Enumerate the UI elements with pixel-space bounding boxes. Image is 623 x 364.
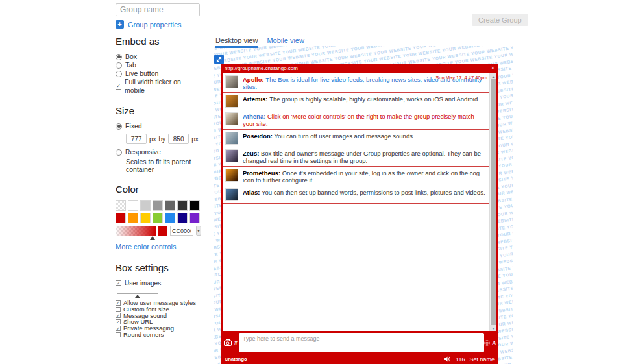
checkbox-icon xyxy=(116,332,121,337)
chat-messages-area: Apollo: The Box is ideal for live video … xyxy=(223,73,496,331)
size-responsive-label: Responsive xyxy=(125,148,161,156)
embed-option-tab[interactable]: Tab xyxy=(116,61,201,69)
owl-avatar[interactable] xyxy=(225,112,238,125)
color-swatch-2288ee[interactable] xyxy=(165,213,175,223)
message-author[interactable]: Prometheus: xyxy=(243,169,282,176)
color-swatch-transparent[interactable] xyxy=(116,200,126,211)
responsive-hint: Scales to fit its parent container xyxy=(126,158,201,173)
user-images-label: User images xyxy=(125,279,161,287)
message-author[interactable]: Apollo: xyxy=(243,76,265,83)
width-input[interactable] xyxy=(126,134,147,144)
tab-mobile-view[interactable]: Mobile view xyxy=(267,36,304,48)
color-swatch-ffffff[interactable] xyxy=(128,200,138,211)
message-row-poseidon: Poseidon: You can turn off user images a… xyxy=(223,130,489,147)
message-text: You can then set up banned words, permis… xyxy=(262,189,485,196)
user-image-size-slider[interactable] xyxy=(117,293,158,294)
px-label-2: px xyxy=(191,136,199,143)
size-responsive-radio[interactable]: Responsive xyxy=(116,148,201,156)
by-label: by xyxy=(159,136,166,143)
camera-icon[interactable] xyxy=(224,339,232,346)
box-settings-options: ✓Allow user message stylesCustom font si… xyxy=(116,300,201,338)
color-swatch-ffcc00[interactable] xyxy=(140,213,151,223)
chat-input-bar: # Type here to send a message A xyxy=(221,331,498,354)
message-row-athena: Athena: Click on 'More color controls' o… xyxy=(223,110,489,130)
message-author[interactable]: Athena: xyxy=(243,113,267,120)
create-group-button[interactable]: Create Group xyxy=(472,14,528,26)
radio-icon xyxy=(116,54,122,60)
close-icon[interactable]: × xyxy=(491,66,495,71)
message-author[interactable]: Zeus: xyxy=(243,150,261,157)
group-properties-link[interactable]: + Group properties xyxy=(116,20,182,29)
user-count: 116 xyxy=(456,356,465,363)
radio-icon xyxy=(116,123,122,130)
color-swatch-7722cc[interactable] xyxy=(189,213,200,223)
checkbox-icon: ✓ xyxy=(116,326,121,331)
embed-option-full-width-ticker-on-mobile[interactable]: ✓Full width ticker on mobile xyxy=(116,78,201,95)
chat-preview-window: http://groupname.chatango.com × Apollo: … xyxy=(221,64,498,364)
expand-icon[interactable] xyxy=(214,55,224,64)
settings-sidebar: Embed as BoxTabLive button✓Full width ti… xyxy=(116,36,201,338)
height-input[interactable] xyxy=(168,134,189,144)
message-text: You can turn off user images and message… xyxy=(275,132,415,140)
scrollbar-thumb[interactable] xyxy=(491,79,496,325)
color-swatch-row-2 xyxy=(116,213,201,223)
color-dropdown-button[interactable]: ▼ xyxy=(196,226,201,236)
color-swatch-000000[interactable] xyxy=(189,200,200,211)
embed-option-box[interactable]: Box xyxy=(116,53,201,61)
color-swatch-row-1 xyxy=(116,200,201,211)
message-text: The group is highly scalable, highly cus… xyxy=(269,95,480,103)
earth-avatar[interactable] xyxy=(225,188,238,201)
fire-avatar[interactable] xyxy=(225,169,238,182)
scrollbar[interactable]: ▲ ▼ xyxy=(489,73,496,331)
user-images-checkbox[interactable]: ✓ User images xyxy=(116,279,201,287)
input-tools-left: # xyxy=(224,331,238,354)
box-setting-round-corners[interactable]: Round corners xyxy=(116,332,201,338)
embed-as-title: Embed as xyxy=(116,36,201,47)
set-name-button[interactable]: Set name xyxy=(469,356,495,363)
astronaut-avatar[interactable] xyxy=(225,75,238,88)
message-list: Apollo: The Box is ideal for live video … xyxy=(223,73,489,204)
more-color-controls-link[interactable]: More color controls xyxy=(116,243,177,250)
embed-option-live-button[interactable]: Live button xyxy=(116,69,201,78)
chatango-logo[interactable]: Chatango xyxy=(225,356,247,362)
color-swatch-88cc33[interactable] xyxy=(153,213,163,223)
color-swatch-666666[interactable] xyxy=(165,200,175,211)
hex-color-input[interactable] xyxy=(170,226,193,236)
size-inputs: px by px xyxy=(126,134,201,144)
scroll-down-icon[interactable]: ▼ xyxy=(490,325,496,331)
tiger-avatar[interactable] xyxy=(225,95,238,108)
hash-icon[interactable]: # xyxy=(234,339,238,346)
option-label: Full width ticker on mobile xyxy=(125,78,201,95)
lightning-avatar[interactable] xyxy=(225,149,238,162)
tab-desktop-view[interactable]: Desktop view xyxy=(215,36,258,48)
color-title: Color xyxy=(116,184,201,195)
message-author[interactable]: Artemis: xyxy=(243,95,269,103)
speaker-icon[interactable] xyxy=(444,356,451,362)
message-body: Atlas: You can then set up banned words,… xyxy=(243,188,485,196)
message-input[interactable]: Type here to send a message xyxy=(239,333,484,352)
slider-marker-icon[interactable] xyxy=(135,295,140,298)
scroll-up-icon[interactable]: ▲ xyxy=(490,73,496,79)
color-swatch-110088[interactable] xyxy=(177,213,188,223)
wave-avatar[interactable] xyxy=(225,132,238,145)
message-body: Prometheus: Once it's embedded in your s… xyxy=(243,169,487,184)
slider-marker-icon[interactable] xyxy=(150,236,155,240)
message-author[interactable]: Atlas: xyxy=(243,189,262,196)
font-style-icon[interactable]: A xyxy=(492,339,496,346)
color-swatch-333333[interactable] xyxy=(177,200,188,211)
color-gradient-slider[interactable] xyxy=(116,226,156,236)
checkbox-icon: ✓ xyxy=(116,84,121,90)
checkbox-icon: ✓ xyxy=(116,280,121,286)
message-text: Click on 'More color controls' on the ri… xyxy=(243,113,474,127)
size-fixed-radio[interactable]: Fixed xyxy=(116,122,201,130)
group-name-input[interactable] xyxy=(116,3,200,16)
color-swatch-999999[interactable] xyxy=(153,200,163,211)
input-tools-right: A xyxy=(484,331,496,354)
color-swatch-cc0000[interactable] xyxy=(116,213,126,223)
option-label: Box xyxy=(125,53,137,61)
message-body: Poseidon: You can turn off user images a… xyxy=(243,132,415,140)
message-author[interactable]: Poseidon: xyxy=(243,132,275,140)
color-swatch-cccccc[interactable] xyxy=(140,200,151,211)
color-swatch-ff9900[interactable] xyxy=(128,213,138,223)
smiley-icon[interactable] xyxy=(484,340,490,346)
